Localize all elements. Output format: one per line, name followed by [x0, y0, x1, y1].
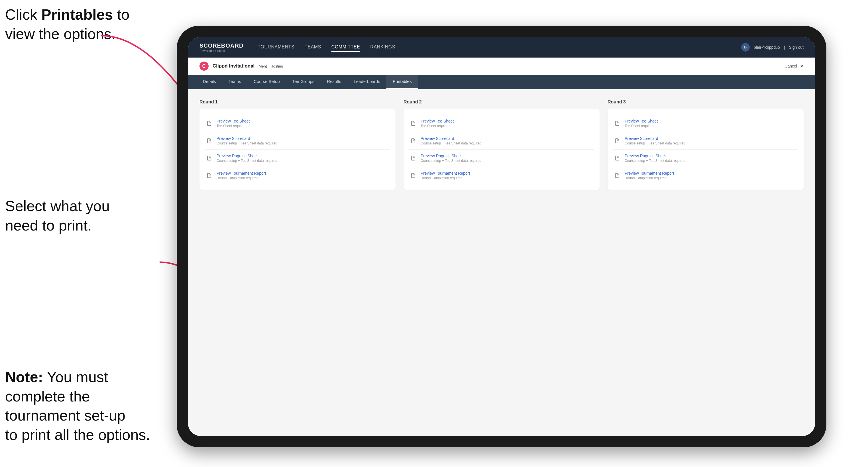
round-1-column: Round 1 Preview Tee Sheet Tee Sheet requ… [199, 99, 396, 190]
document-icon [409, 119, 417, 127]
preview-scorecard-r1[interactable]: Preview Scorecard [217, 136, 277, 141]
print-item-text: Preview Raguzzi Sheet Course setup + Tee… [625, 154, 685, 163]
document-icon [613, 154, 621, 162]
preview-raguzzi-r3[interactable]: Preview Raguzzi Sheet [625, 154, 685, 158]
print-item-text: Preview Tournament Report Round Completi… [217, 171, 266, 180]
tournament-logo: C [199, 62, 209, 71]
tournament-header-right: Cancel ✕ [784, 64, 804, 69]
raguzzi-subtitle-r1: Course setup + Tee Sheet data required [217, 159, 277, 163]
preview-raguzzi-r2[interactable]: Preview Raguzzi Sheet [421, 154, 481, 158]
scorecard-subtitle-r3: Course setup + Tee Sheet data required [625, 141, 685, 145]
scorecard-subtitle-r2: Course setup + Tee Sheet data required [421, 141, 481, 145]
round-3-title: Round 3 [608, 99, 804, 104]
list-item: Preview Tournament Report Round Completi… [205, 167, 390, 184]
user-email: blair@clippd.io [754, 45, 780, 50]
print-item-text: Preview Tournament Report Round Completi… [421, 171, 470, 180]
user-avatar: B [741, 43, 750, 52]
round-2-title: Round 2 [404, 99, 599, 104]
document-icon [409, 137, 417, 145]
list-item: Preview Tee Sheet Tee Sheet required [613, 115, 798, 132]
sub-tabs-bar: Details Teams Course Setup Tee Groups Re… [188, 75, 815, 89]
preview-scorecard-r3[interactable]: Preview Scorecard [625, 136, 685, 141]
nav-teams[interactable]: TEAMS [305, 43, 321, 52]
document-icon [409, 172, 417, 180]
document-icon [409, 154, 417, 162]
list-item: Preview Scorecard Course setup + Tee She… [205, 132, 390, 150]
annotation-bottom: Note: You mustcomplete thetournament set… [5, 368, 170, 444]
print-item-text: Preview Raguzzi Sheet Course setup + Tee… [217, 154, 277, 163]
nav-committee[interactable]: COMMITTEE [332, 43, 360, 52]
round-2-column: Round 2 Preview Tee Sheet Tee Sheet requ… [404, 99, 599, 190]
rounds-grid: Round 1 Preview Tee Sheet Tee Sheet requ… [199, 99, 804, 190]
document-icon [613, 172, 621, 180]
round-1-title: Round 1 [199, 99, 396, 104]
document-icon [613, 137, 621, 145]
tournament-report-subtitle-r2: Round Completion required [421, 176, 470, 180]
nav-separator: | [784, 45, 785, 50]
print-item-text: Preview Tournament Report Round Completi… [625, 171, 674, 180]
document-icon [613, 119, 621, 127]
document-icon [205, 119, 213, 127]
tab-leaderboards[interactable]: Leaderboards [347, 75, 386, 89]
raguzzi-subtitle-r3: Course setup + Tee Sheet data required [625, 159, 685, 163]
tournament-report-subtitle-r3: Round Completion required [625, 176, 674, 180]
print-item-text: Preview Raguzzi Sheet Course setup + Tee… [421, 154, 481, 163]
top-navigation: SCOREBOARD Powered by clippd TOURNAMENTS… [188, 37, 815, 58]
preview-tee-sheet-r2[interactable]: Preview Tee Sheet [421, 119, 454, 123]
tablet-device: SCOREBOARD Powered by clippd TOURNAMENTS… [177, 26, 827, 447]
tab-details[interactable]: Details [197, 75, 222, 89]
list-item: Preview Scorecard Course setup + Tee She… [613, 132, 798, 150]
scoreboard-logo: SCOREBOARD Powered by clippd [199, 42, 243, 53]
print-item-text: Preview Scorecard Course setup + Tee She… [421, 136, 481, 145]
preview-tournament-report-r1[interactable]: Preview Tournament Report [217, 171, 266, 176]
logo-subtitle: Powered by clippd [199, 49, 243, 53]
print-item-text: Preview Tee Sheet Tee Sheet required [421, 119, 454, 128]
list-item: Preview Raguzzi Sheet Course setup + Tee… [205, 150, 390, 167]
tournament-report-subtitle-r1: Round Completion required [217, 176, 266, 180]
list-item: Preview Raguzzi Sheet Course setup + Tee… [409, 150, 594, 167]
annotation-bold: Printables [41, 6, 113, 23]
document-icon [205, 154, 213, 162]
tournament-badge: (Men) [257, 64, 267, 68]
preview-tee-sheet-r3[interactable]: Preview Tee Sheet [625, 119, 658, 123]
tab-printables[interactable]: Printables [386, 75, 418, 89]
scorecard-subtitle-r1: Course setup + Tee Sheet data required [217, 141, 277, 145]
document-icon [205, 137, 213, 145]
document-icon [205, 172, 213, 180]
annotation-middle: Select what youneed to print. [5, 196, 165, 235]
list-item: Preview Tee Sheet Tee Sheet required [409, 115, 594, 132]
tournament-status: Hosting [271, 64, 283, 68]
sign-out-link[interactable]: Sign out [789, 45, 804, 50]
round-1-card: Preview Tee Sheet Tee Sheet required Pre… [199, 109, 396, 190]
list-item: Preview Tournament Report Round Completi… [409, 167, 594, 184]
user-area: B blair@clippd.io | Sign out [741, 43, 804, 52]
tournament-name: Clippd Invitational [213, 63, 254, 69]
print-item-text: Preview Scorecard Course setup + Tee She… [217, 136, 277, 145]
print-item-text: Preview Scorecard Course setup + Tee She… [625, 136, 685, 145]
tab-tee-groups[interactable]: Tee Groups [286, 75, 321, 89]
tournament-header: C Clippd Invitational (Men) Hosting Canc… [188, 58, 815, 75]
preview-raguzzi-r1[interactable]: Preview Raguzzi Sheet [217, 154, 277, 158]
tab-course-setup[interactable]: Course Setup [247, 75, 286, 89]
nav-rankings[interactable]: RANKINGS [370, 43, 395, 52]
preview-tee-sheet-r1[interactable]: Preview Tee Sheet [217, 119, 250, 123]
preview-tournament-report-r2[interactable]: Preview Tournament Report [421, 171, 470, 176]
tab-teams[interactable]: Teams [222, 75, 247, 89]
cancel-label[interactable]: Cancel [784, 64, 797, 68]
round-2-card: Preview Tee Sheet Tee Sheet required Pre… [404, 109, 599, 190]
print-item-text: Preview Tee Sheet Tee Sheet required [217, 119, 250, 128]
list-item: Preview Scorecard Course setup + Tee She… [409, 132, 594, 150]
nav-links: TOURNAMENTS TEAMS COMMITTEE RANKINGS [258, 43, 741, 52]
tee-sheet-subtitle-r2: Tee Sheet required [421, 124, 454, 128]
round-3-card: Preview Tee Sheet Tee Sheet required Pre… [608, 109, 804, 190]
tablet-screen: SCOREBOARD Powered by clippd TOURNAMENTS… [188, 37, 815, 436]
preview-scorecard-r2[interactable]: Preview Scorecard [421, 136, 481, 141]
nav-tournaments[interactable]: TOURNAMENTS [258, 43, 294, 52]
preview-tournament-report-r3[interactable]: Preview Tournament Report [625, 171, 674, 176]
list-item: Preview Tournament Report Round Completi… [613, 167, 798, 184]
logo-title: SCOREBOARD [199, 42, 243, 49]
tab-results[interactable]: Results [320, 75, 347, 89]
tee-sheet-subtitle-r1: Tee Sheet required [217, 124, 250, 128]
main-content: Round 1 Preview Tee Sheet Tee Sheet requ… [188, 89, 815, 436]
close-button[interactable]: ✕ [800, 64, 804, 69]
